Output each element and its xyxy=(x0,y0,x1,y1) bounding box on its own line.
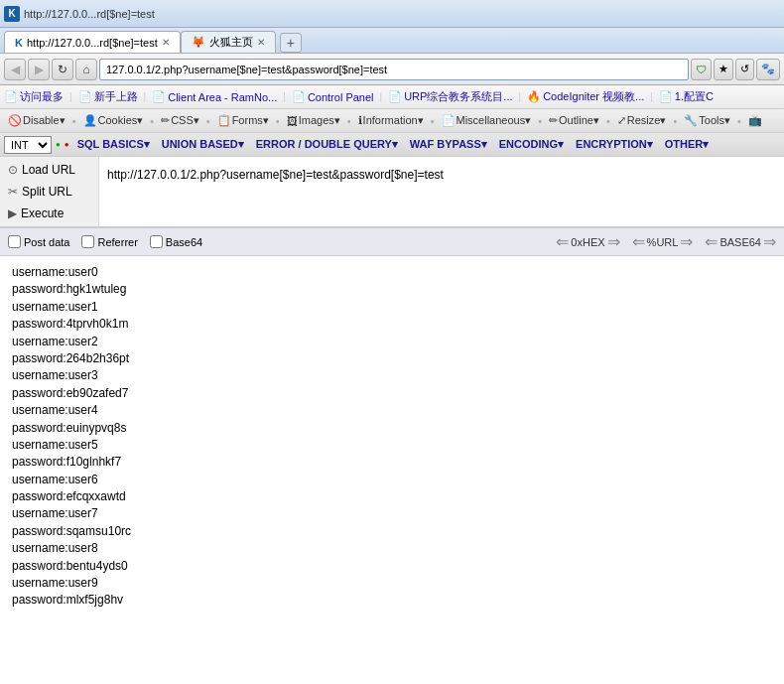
tab-firefox-close[interactable]: ✕ xyxy=(257,37,265,48)
bookmark-client[interactable]: 📄 Client Area - RamNo... xyxy=(152,90,277,103)
post-data-checkbox[interactable]: Post data xyxy=(8,235,69,248)
miscellaneous-menu[interactable]: 📄 Miscellaneous▾ xyxy=(438,113,536,128)
int-select[interactable]: INT STR xyxy=(4,136,52,154)
waf-bypass-btn[interactable]: WAF BYPASS▾ xyxy=(406,137,491,152)
content-line: username:user2 xyxy=(12,334,772,350)
forms-menu[interactable]: 📋 Forms▾ xyxy=(213,113,273,128)
tab-active[interactable]: K http://127.0.0...rd[$ne]=test ✕ xyxy=(4,31,181,53)
content-line: password:bentu4yds0 xyxy=(12,558,772,575)
options-row: Post data Referrer Base64 ⇐ 0xHEX ⇒ ⇐ %U… xyxy=(0,227,784,255)
information-menu[interactable]: ℹ Information▾ xyxy=(354,113,428,128)
content-line: username:user7 xyxy=(12,505,772,522)
content-line: username:user4 xyxy=(12,402,772,419)
disable-menu[interactable]: 🚫 Disable▾ xyxy=(4,113,69,128)
content-line: username:user1 xyxy=(12,299,772,316)
content-line: password:264b2h36pt xyxy=(12,350,772,367)
error-query-btn[interactable]: ERROR / DOUBLE QUERY▾ xyxy=(252,137,402,152)
content-line: username:user5 xyxy=(12,437,772,454)
webdev-toolbar: 🚫 Disable▾ • 👤 Cookies▾ • ✏ CSS▾ • 📋 For… xyxy=(0,109,784,133)
bookmark-config[interactable]: 📄 1.配置C xyxy=(659,89,714,104)
hackbar: ⊙ Load URL ✂ Split URL ▶ Execute Post da… xyxy=(0,157,784,256)
content-line: password:eb90zafed7 xyxy=(12,385,772,402)
pcturl-encode-btn[interactable]: ⇐ %URL ⇒ xyxy=(632,232,694,251)
execute-button[interactable]: ▶ Execute xyxy=(0,203,98,224)
back-button[interactable]: ◀ xyxy=(4,59,26,80)
nav-icons: 🛡 ★ ↺ 🐾 xyxy=(691,59,780,80)
bookmark-icon[interactable]: ★ xyxy=(714,59,733,80)
address-bar[interactable] xyxy=(99,59,689,80)
tab-firefox-label: 火狐主页 xyxy=(209,35,253,50)
content-area: username:user0password:hgk1wtulegusernam… xyxy=(0,256,784,684)
window-title: http://127.0.0...rd[$ne]=test xyxy=(24,8,155,20)
load-url-icon: ⊙ xyxy=(8,163,18,177)
dot-red: ● xyxy=(65,140,69,149)
url-area xyxy=(99,157,784,226)
content-line: username:user3 xyxy=(12,367,772,384)
content-line: password:f10glnhkf7 xyxy=(12,454,772,471)
sql-basics-btn[interactable]: SQL BASICS▾ xyxy=(73,137,154,152)
tv-icon-btn[interactable]: 📺 xyxy=(744,113,766,128)
content-line: username:user9 xyxy=(12,575,772,592)
security-icon[interactable]: 🛡 xyxy=(691,59,712,80)
extension-icon[interactable]: 🐾 xyxy=(756,59,780,80)
home-button[interactable]: ⌂ xyxy=(75,59,97,80)
content-line: password:4tprvh0k1m xyxy=(12,316,772,333)
base64-encode-btn[interactable]: ⇐ BASE64 ⇒ xyxy=(705,232,776,251)
dot-green: ● xyxy=(56,140,61,149)
other-btn[interactable]: OTHER▾ xyxy=(661,137,714,152)
tab-firefox[interactable]: 🦊 火狐主页 ✕ xyxy=(181,31,276,53)
sql-toolbar: INT STR ● ● SQL BASICS▾ UNION BASED▾ ERR… xyxy=(0,133,784,157)
outline-menu[interactable]: ✏ Outline▾ xyxy=(545,113,603,128)
nav-bar: ◀ ▶ ↻ ⌂ 🛡 ★ ↺ 🐾 xyxy=(0,54,784,85)
reload-button[interactable]: ↻ xyxy=(52,59,73,80)
bookmark-codeigniter[interactable]: 🔥 CodeIgniter 视频教... xyxy=(527,89,644,104)
resize-menu[interactable]: ⤢ Resize▾ xyxy=(613,113,671,128)
tools-menu[interactable]: 🔧 Tools▾ xyxy=(680,113,734,128)
url-input[interactable] xyxy=(107,161,776,189)
css-menu[interactable]: ✏ CSS▾ xyxy=(157,113,203,128)
browser-icon: K xyxy=(4,6,20,22)
content-line: password:euinypvq8s xyxy=(12,420,772,437)
tab-bar: K http://127.0.0...rd[$ne]=test ✕ 🦊 火狐主页… xyxy=(0,28,784,54)
bookmarks-bar: 📄 访问最多 | 📄 新手上路 | 📄 Client Area - RamNo.… xyxy=(0,85,784,109)
tab-firefox-icon: 🦊 xyxy=(192,36,205,49)
execute-icon: ▶ xyxy=(8,206,17,220)
content-line: password:hgk1wtuleg xyxy=(12,281,772,298)
bookmark-control[interactable]: 📄 Control Panel xyxy=(292,90,374,103)
referrer-checkbox[interactable]: Referrer xyxy=(81,235,137,248)
forward-button[interactable]: ▶ xyxy=(28,59,50,80)
0xhex-encode-btn[interactable]: ⇐ 0xHEX ⇒ xyxy=(556,232,619,251)
tab-close-button[interactable]: ✕ xyxy=(162,37,170,48)
split-url-icon: ✂ xyxy=(8,185,18,199)
content-line: password:efcqxxawtd xyxy=(12,488,772,505)
content-line: username:user0 xyxy=(12,264,772,281)
images-menu[interactable]: 🖼 Images▾ xyxy=(283,113,344,128)
encryption-btn[interactable]: ENCRYPTION▾ xyxy=(572,137,657,152)
tab-icon: K xyxy=(15,37,23,49)
title-bar: K http://127.0.0...rd[$ne]=test xyxy=(0,0,784,28)
bookmark-xinshoushanlu[interactable]: 📄 新手上路 xyxy=(78,89,138,104)
content-line: username:user8 xyxy=(12,540,772,557)
content-line: username:user6 xyxy=(12,472,772,488)
bookmark-zuobiao[interactable]: 📄 访问最多 xyxy=(4,89,64,104)
new-tab-button[interactable]: + xyxy=(280,33,302,53)
union-based-btn[interactable]: UNION BASED▾ xyxy=(158,137,248,152)
refresh-icon[interactable]: ↺ xyxy=(735,59,754,80)
load-url-button[interactable]: ⊙ Load URL xyxy=(0,159,98,181)
content-line: password:mlxf5jg8hv xyxy=(12,592,772,609)
cookies-menu[interactable]: 👤 Cookies▾ xyxy=(79,113,148,128)
bookmark-urp[interactable]: 📄 URP综合教务系统目... xyxy=(388,89,512,104)
tab-label: http://127.0.0...rd[$ne]=test xyxy=(27,37,158,49)
split-url-button[interactable]: ✂ Split URL xyxy=(0,181,98,203)
hackbar-sidebar: ⊙ Load URL ✂ Split URL ▶ Execute xyxy=(0,157,99,226)
content-line: password:sqamsu10rc xyxy=(12,523,772,540)
base64-checkbox[interactable]: Base64 xyxy=(150,235,202,248)
encoding-btn[interactable]: ENCODING▾ xyxy=(495,137,568,152)
